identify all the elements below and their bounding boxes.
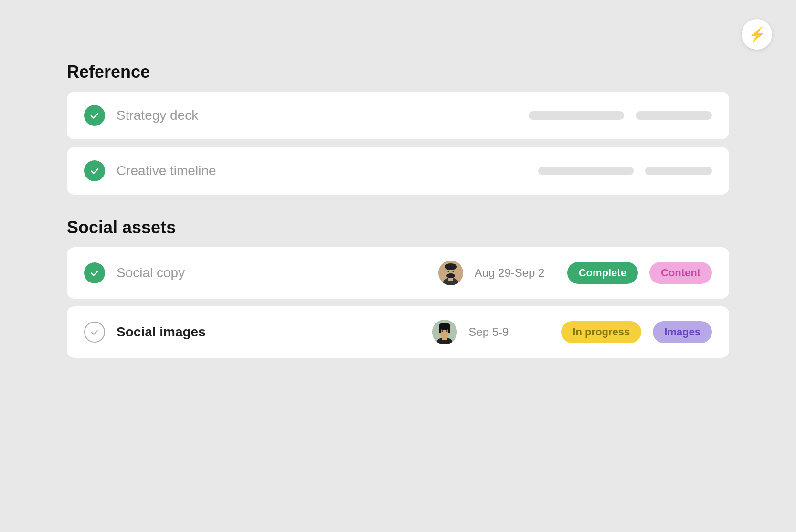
lightning-icon: ⚡ bbox=[749, 27, 765, 42]
svg-point-7 bbox=[452, 271, 454, 272]
check-complete-icon bbox=[84, 105, 105, 126]
social-copy-date: Aug 29-Sep 2 bbox=[475, 266, 556, 280]
svg-point-15 bbox=[442, 330, 443, 332]
social-copy-card[interactable]: Social copy bbox=[67, 247, 729, 299]
social-assets-section: Social assets Social copy bbox=[67, 218, 729, 358]
svg-point-5 bbox=[446, 273, 455, 278]
social-copy-badge-content: Content bbox=[649, 262, 712, 284]
strategy-deck-label: Strategy deck bbox=[117, 108, 241, 123]
svg-point-6 bbox=[447, 271, 449, 272]
social-images-badge-images: Images bbox=[653, 321, 712, 343]
lightning-button[interactable]: ⚡ bbox=[742, 19, 772, 50]
svg-rect-13 bbox=[439, 326, 441, 333]
placeholder-bar-1 bbox=[529, 111, 624, 120]
social-copy-label: Social copy bbox=[117, 265, 241, 281]
placeholder-bar-2 bbox=[636, 111, 712, 120]
social-images-badge-inprogress: In progress bbox=[561, 321, 641, 343]
reference-section: Reference Strategy deck Creative timelin… bbox=[67, 62, 729, 195]
avatar-social-copy bbox=[438, 261, 463, 285]
check-outline-icon bbox=[84, 322, 105, 343]
social-assets-section-title: Social assets bbox=[67, 218, 729, 238]
placeholder-bar-4 bbox=[645, 167, 712, 175]
social-images-card[interactable]: Social images bbox=[67, 306, 729, 358]
social-images-date: Sep 5-9 bbox=[468, 325, 550, 339]
creative-timeline-label: Creative timeline bbox=[117, 163, 241, 178]
strategy-deck-card[interactable]: Strategy deck bbox=[67, 92, 729, 139]
placeholder-bar-3 bbox=[538, 167, 634, 175]
svg-point-16 bbox=[446, 330, 448, 332]
svg-rect-14 bbox=[448, 326, 450, 333]
creative-timeline-card[interactable]: Creative timeline bbox=[67, 147, 729, 195]
check-complete-icon-3 bbox=[84, 262, 105, 283]
main-content: Reference Strategy deck Creative timelin… bbox=[67, 62, 729, 365]
social-images-label: Social images bbox=[117, 324, 241, 340]
reference-section-title: Reference bbox=[67, 62, 729, 82]
check-complete-icon-2 bbox=[84, 160, 105, 181]
avatar-social-images bbox=[432, 320, 457, 344]
social-copy-badge-complete: Complete bbox=[567, 262, 638, 284]
svg-point-4 bbox=[445, 263, 457, 270]
